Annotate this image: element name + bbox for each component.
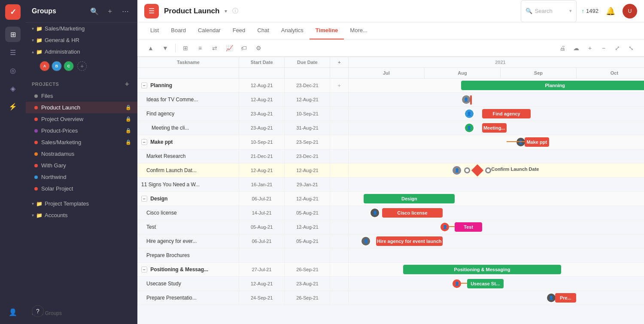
add-task-cell[interactable] xyxy=(330,135,348,149)
sidebar: Groups 🔍 ＋ ⋯ ▾ 📁 Sales/Marketing ▾ 📁 Gen… xyxy=(26,0,137,324)
collapse-icon[interactable]: − xyxy=(141,196,147,202)
task-name-cell: Market Research xyxy=(138,149,239,164)
project-caret-icon[interactable]: ▾ xyxy=(225,8,227,14)
add-task-cell[interactable] xyxy=(330,234,348,248)
sidebar-group-hr[interactable]: ▾ 📁 General & HR xyxy=(26,34,137,46)
sidebar-item-northwind[interactable]: Northwind xyxy=(26,171,137,183)
sidebar-item-project-overview[interactable]: Project Overview 🔒 xyxy=(26,113,137,125)
th-oct: Oct xyxy=(576,68,644,79)
nav-home-icon[interactable]: ⊞ xyxy=(5,27,21,42)
add-task-cell[interactable] xyxy=(330,164,348,178)
add-task-cell[interactable]: + xyxy=(330,79,348,93)
search-box[interactable]: 🔍 Search ▾ xyxy=(521,0,577,22)
collapse-down-btn[interactable]: ▼ xyxy=(159,42,172,54)
group-label: Accounts xyxy=(45,212,67,218)
th-empty3 xyxy=(285,68,330,79)
milestone-circle xyxy=(464,167,470,173)
sidebar-more-btn[interactable]: ⋯ xyxy=(119,5,131,17)
tab-list[interactable]: List xyxy=(144,22,165,39)
nav-tabs: List Board Calendar Feed Chat Analytics … xyxy=(137,22,644,39)
sidebar-item-nostradamus[interactable]: Nostradamus xyxy=(26,148,137,160)
tab-feed[interactable]: Feed xyxy=(227,22,252,39)
tag-btn[interactable]: 🏷 xyxy=(237,42,250,54)
arrows-btn[interactable]: ⇄ xyxy=(208,42,221,54)
info-icon[interactable]: ⓘ xyxy=(232,7,238,15)
compress-btn[interactable]: ⤢ xyxy=(611,42,623,54)
add-task-cell[interactable] xyxy=(330,93,348,107)
gantt-bar-find-agency: Find agency xyxy=(482,109,531,118)
user-avatar[interactable]: U xyxy=(623,4,637,18)
add-task-cell[interactable] xyxy=(330,248,348,263)
gantt-bar-positioning: Positioning & Messaging xyxy=(403,265,561,274)
collapse-up-btn[interactable]: ▲ xyxy=(144,42,157,54)
table-row: Prepare Brochures xyxy=(138,248,644,263)
filter-btn[interactable]: ≡ xyxy=(194,42,207,54)
nav-filter-icon[interactable]: ◈ xyxy=(5,81,21,96)
sidebar-group-templates[interactable]: ▾ 📁 Project Templates xyxy=(26,198,137,209)
task-name-cell: Test xyxy=(138,220,239,234)
collapse-icon[interactable]: − xyxy=(141,82,147,88)
notification-bell-icon[interactable]: 🔔 xyxy=(604,4,617,18)
cloud-btn[interactable]: ☁ xyxy=(570,42,582,54)
tab-timeline[interactable]: Timeline xyxy=(310,22,344,39)
add-task-cell[interactable] xyxy=(330,291,348,305)
add-task-cell[interactable] xyxy=(330,192,348,206)
start-date-cell: 05-Aug-21 xyxy=(239,220,285,234)
settings-btn[interactable]: ⚙ xyxy=(252,42,265,54)
add-task-cell[interactable] xyxy=(330,178,348,192)
th-add[interactable]: + xyxy=(330,57,348,68)
task-avatar: 👤 xyxy=(461,94,471,105)
sidebar-group-sales[interactable]: ▾ 📁 Sales/Marketing xyxy=(26,23,137,34)
gantt-cell-market xyxy=(348,149,644,164)
start-date-cell: 16-Jan-21 xyxy=(239,178,285,192)
sidebar-add-btn[interactable]: ＋ xyxy=(104,5,116,17)
sidebar-search-btn[interactable]: 🔍 xyxy=(88,5,100,17)
chart-btn[interactable]: 📈 xyxy=(223,42,236,54)
tab-board[interactable]: Board xyxy=(165,22,192,39)
add-task-cell[interactable] xyxy=(330,121,348,135)
sidebar-item-product-prices[interactable]: Product-Prices 🔒 xyxy=(26,125,137,136)
add-task-cell[interactable] xyxy=(330,277,348,291)
task-name-cell: Prepare Brochures xyxy=(138,248,239,263)
gantt-cell: 👤 xyxy=(348,93,644,107)
collapse-icon[interactable]: − xyxy=(141,139,147,145)
print-btn[interactable]: 🖨 xyxy=(556,42,568,54)
project-dot xyxy=(34,106,38,109)
nav-people-icon[interactable]: 👤 xyxy=(5,304,21,320)
collapse-icon[interactable]: − xyxy=(141,266,147,273)
zoom-in-btn[interactable]: + xyxy=(584,42,596,54)
grid-view-btn[interactable]: ⊞ xyxy=(179,42,192,54)
add-task-cell[interactable] xyxy=(330,263,348,277)
zoom-out-btn[interactable]: − xyxy=(598,42,610,54)
nav-bolt-icon[interactable]: ⚡ xyxy=(5,99,21,114)
add-task-cell[interactable] xyxy=(330,220,348,234)
gantt-bar-usecase: Usecase St... xyxy=(467,279,504,288)
sidebar-item-product-launch[interactable]: Product Launch 🔒 xyxy=(26,102,137,113)
sidebar-item-files[interactable]: Files xyxy=(26,90,137,102)
tab-analytics[interactable]: Analytics xyxy=(275,22,310,39)
add-member-btn[interactable]: + xyxy=(77,61,87,71)
nav-goals-icon[interactable]: ◎ xyxy=(5,63,21,78)
avatar: B xyxy=(52,61,62,71)
th-empty xyxy=(138,68,239,79)
due-date-cell: 23-Aug-21 xyxy=(285,277,330,291)
help-btn[interactable]: ? xyxy=(32,305,44,317)
sidebar-group-admin[interactable]: ▴ 📁 Administration xyxy=(26,46,137,58)
sidebar-item-with-gary[interactable]: With Gary xyxy=(26,160,137,171)
add-project-btn[interactable]: + xyxy=(123,80,131,88)
add-task-cell[interactable] xyxy=(330,206,348,220)
nav-tasks-icon[interactable]: ☰ xyxy=(5,45,21,60)
group-name: Positioning & Messag... xyxy=(150,266,208,273)
tab-calendar[interactable]: Calendar xyxy=(192,22,227,39)
main-area: ☰ Product Launch ▾ ⓘ 🔍 Search ▾ ↑ 1492 🔔… xyxy=(137,0,644,324)
add-task-cell[interactable] xyxy=(330,107,348,121)
sidebar-item-mother-dairy[interactable]: Sales/Marketing 🔒 xyxy=(26,136,137,148)
projects-header: Projects + xyxy=(26,76,137,90)
sidebar-group-accounts[interactable]: ▾ 📁 Accounts xyxy=(26,209,137,221)
tab-more[interactable]: More... xyxy=(344,22,373,39)
sidebar-item-solar-project[interactable]: Solar Project xyxy=(26,183,137,194)
folder-icon: 📁 xyxy=(36,201,43,207)
add-task-cell[interactable] xyxy=(330,149,348,164)
expand-btn[interactable]: ⤡ xyxy=(625,42,637,54)
tab-chat[interactable]: Chat xyxy=(251,22,275,39)
